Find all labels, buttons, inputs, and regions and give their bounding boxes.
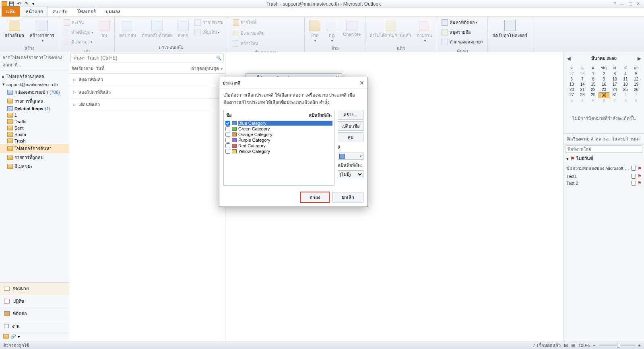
cal-day[interactable]: 27: [566, 71, 577, 76]
tree-item[interactable]: 1: [0, 112, 69, 118]
cal-day[interactable]: 14: [577, 82, 588, 87]
btn-onenote[interactable]: OneNote: [341, 18, 363, 44]
cal-day[interactable]: 19: [631, 82, 642, 87]
cal-day[interactable]: 3: [566, 98, 577, 103]
new-task-input[interactable]: [566, 145, 642, 153]
cal-day[interactable]: 30: [599, 92, 609, 98]
tree-item[interactable]: รายการที่ถูกส่ง: [0, 97, 69, 105]
btn-filter-mail[interactable]: ตัวกรองจดหมาย▾: [440, 37, 485, 47]
task-group-header[interactable]: ▾ ⚑ ไม่มีวันที่: [564, 153, 644, 164]
qs-move-to[interactable]: ย้ายไปที่:: [231, 18, 302, 27]
category-row[interactable]: Orange Category: [224, 132, 334, 137]
btn-junk[interactable]: อีเมลขยะ▾: [62, 37, 95, 47]
cal-day[interactable]: 21: [577, 87, 588, 92]
btn-new-email[interactable]: สร้างอีเมล: [2, 18, 26, 44]
category-row[interactable]: Green Category: [224, 126, 334, 132]
btn-new-category[interactable]: สร้าง...: [338, 110, 363, 120]
category-row[interactable]: Blue Category: [224, 120, 334, 126]
cal-prev-icon[interactable]: ◀: [566, 56, 572, 61]
btn-meeting[interactable]: การประชุม: [192, 18, 225, 27]
tree-item[interactable]: รายการที่ถูกลบ: [0, 153, 69, 162]
dialog-close-icon[interactable]: ✕: [359, 80, 364, 86]
cal-day[interactable]: 6: [566, 76, 577, 82]
cal-day[interactable]: 6: [599, 98, 609, 103]
mini-shortcut-icon[interactable]: 🔗: [10, 334, 16, 339]
btn-ignore[interactable]: ละเว้น: [62, 18, 95, 27]
category-row[interactable]: Purple Category: [224, 137, 334, 143]
cal-day[interactable]: 17: [609, 82, 620, 87]
btn-reply-more[interactable]: เพิ่มเติม▾: [192, 27, 225, 37]
task-complete-checkbox[interactable]: [631, 174, 636, 179]
tree-item[interactable]: Spam: [0, 131, 69, 138]
btn-find-contact[interactable]: ค้นหาที่ติดต่อ▾: [440, 18, 485, 27]
close-icon[interactable]: ✕: [636, 1, 640, 6]
zoom-in-icon[interactable]: +: [638, 343, 641, 348]
cal-day[interactable]: 5: [631, 71, 642, 76]
cal-day[interactable]: 28: [577, 71, 588, 76]
cal-day[interactable]: 20: [566, 87, 577, 92]
shortcut-select[interactable]: (ไม่มี): [338, 170, 363, 178]
btn-move[interactable]: ย้าย▾: [307, 18, 322, 44]
minimize-icon[interactable]: —: [620, 1, 624, 6]
help-icon[interactable]: ?: [613, 1, 616, 6]
cal-day[interactable]: 27: [566, 92, 577, 98]
tree-item[interactable]: กล่องจดหมายเข้า (706): [0, 88, 69, 97]
cal-day[interactable]: 28: [577, 92, 588, 98]
tab-folder[interactable]: โฟลเดอร์: [73, 6, 100, 17]
search-input[interactable]: [71, 54, 215, 62]
category-checkbox[interactable]: [225, 121, 230, 126]
cal-day[interactable]: 8: [588, 76, 599, 82]
btn-new-items[interactable]: สร้างรายการ▾: [28, 18, 56, 44]
category-row[interactable]: Red Category: [224, 143, 334, 149]
category-checkbox[interactable]: [225, 132, 230, 137]
task-complete-checkbox[interactable]: [631, 181, 636, 186]
btn-reply[interactable]: ตอบกลับ: [117, 18, 138, 43]
nav-contacts[interactable]: ที่ติดต่อ: [0, 308, 69, 320]
color-picker[interactable]: ▾: [338, 153, 363, 160]
cal-day[interactable]: 9: [599, 76, 609, 82]
cal-day[interactable]: 2: [631, 92, 642, 98]
cal-day[interactable]: 1: [588, 71, 599, 76]
cal-day[interactable]: 29: [588, 92, 599, 98]
dialog-ok-button[interactable]: ตกลง: [300, 192, 329, 202]
cal-day[interactable]: 22: [588, 87, 599, 92]
cal-day[interactable]: 16: [599, 82, 609, 87]
btn-cleanup[interactable]: ล้างข้อมูล▾: [62, 27, 95, 37]
tree-root-personal[interactable]: ▸ โฟลเดอร์ส่วนบุคคล: [0, 72, 69, 81]
btn-delete[interactable]: ลบ: [97, 18, 112, 47]
category-row[interactable]: Yellow Category: [224, 149, 334, 154]
cal-day[interactable]: 23: [599, 87, 609, 92]
btn-address-book[interactable]: สมุดรายชื่อ: [440, 27, 485, 37]
mini-folder-icon[interactable]: [3, 334, 9, 339]
view-reading-icon[interactable]: ▦: [571, 343, 575, 348]
cal-day[interactable]: 11: [620, 76, 631, 82]
sort-by[interactable]: จัดเรียงตาม: วันที่: [72, 65, 191, 72]
btn-rename-category[interactable]: เปลี่ยนชื่อ: [338, 121, 363, 131]
nav-tasks[interactable]: งาน: [0, 320, 69, 332]
task-row[interactable]: ข้อความทดลองของ Microsoft Office Ou...⚑: [564, 164, 644, 173]
zoom-out-icon[interactable]: −: [593, 343, 595, 348]
view-normal-icon[interactable]: ▤: [564, 343, 568, 348]
group-header[interactable]: ▷สัปดาห์ที่แล้ว: [69, 74, 225, 86]
zoom-slider[interactable]: [599, 345, 635, 346]
tree-item[interactable]: Sent: [0, 125, 69, 131]
cal-day[interactable]: 4: [620, 71, 631, 76]
cal-day[interactable]: 8: [620, 98, 631, 103]
cal-day[interactable]: 31: [609, 92, 620, 98]
tree-item[interactable]: Trash: [0, 138, 69, 144]
cal-day[interactable]: 1: [620, 92, 631, 98]
pane-resize-handle[interactable]: [561, 52, 564, 341]
flag-icon[interactable]: ⚑: [638, 173, 642, 179]
tree-account[interactable]: ▾ support@mailmaster.co.th: [0, 81, 69, 88]
btn-rules[interactable]: กฎ▾: [324, 18, 339, 44]
folder-tree[interactable]: ▸ โฟลเดอร์ส่วนบุคคล ▾ support@mailmaster…: [0, 70, 69, 282]
category-checkbox[interactable]: [225, 138, 230, 142]
tree-item[interactable]: โฟลเดอร์การค้นหา: [0, 144, 69, 153]
tab-home[interactable]: หน้าแรก: [21, 6, 47, 17]
qs-new[interactable]: สร้างใหม่: [231, 39, 302, 48]
calendar-grid[interactable]: 2728123456789101112131415161718192021222…: [564, 71, 644, 103]
qs-team-mail[interactable]: อีเมลของทีม: [231, 28, 302, 38]
task-row[interactable]: Test 2⚑: [564, 180, 644, 186]
cal-day[interactable]: 26: [631, 87, 642, 92]
cal-day[interactable]: 18: [620, 82, 631, 87]
